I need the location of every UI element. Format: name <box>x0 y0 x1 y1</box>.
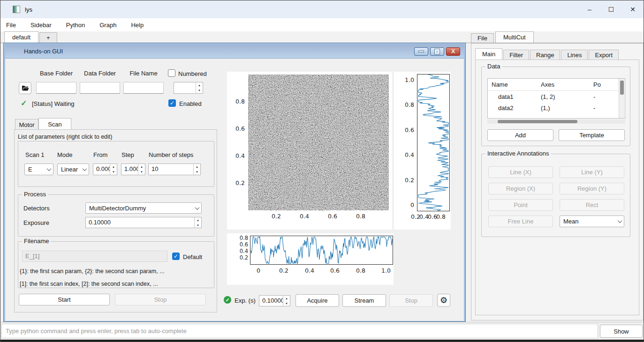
close-icon: X <box>451 48 455 54</box>
number-of-steps-spinbox[interactable]: 10 ▲▼ <box>148 164 201 175</box>
app-title: lys <box>25 6 32 13</box>
bottom-xtick: 1.0 <box>378 267 394 274</box>
chevron-down-icon <box>193 207 201 210</box>
workspace-tab-default[interactable]: default <box>4 31 38 43</box>
base-folder-input[interactable] <box>36 82 76 94</box>
filename-input[interactable]: E_[1] <box>22 251 167 262</box>
free-line-button[interactable]: Free Line <box>488 216 553 227</box>
sidebar-tab-bar: File MultiCut <box>471 31 535 43</box>
region-y-button[interactable]: Region (Y) <box>560 183 624 194</box>
template-button[interactable]: Template <box>559 129 625 141</box>
mean-select[interactable]: Mean <box>560 216 624 227</box>
folder-open-icon <box>22 85 29 91</box>
chevron-down-icon <box>615 220 624 223</box>
tab-filter[interactable]: Filter <box>503 50 529 59</box>
spin-buttons[interactable]: ▲▼ <box>138 164 145 175</box>
add-button[interactable]: Add <box>487 129 553 141</box>
data-folder-input[interactable] <box>80 82 120 94</box>
acquire-button[interactable]: Acquire <box>295 294 339 307</box>
spin-buttons[interactable]: ▲▼ <box>283 296 290 306</box>
window-controls: – ☐ ✕ <box>579 0 644 18</box>
exposure-label: Exposure <box>23 219 49 226</box>
minimize-button[interactable]: – <box>579 0 600 18</box>
mdi-maximize-button[interactable] <box>430 47 444 56</box>
show-button[interactable]: Show <box>600 325 643 338</box>
table-vertical-scrollbar[interactable] <box>619 79 624 118</box>
tab-scan[interactable]: Scan <box>38 118 71 130</box>
annotations-legend: Interactive Annotations <box>485 150 551 157</box>
hands-on-gui-titlebar[interactable]: Hands-on GUI X <box>5 45 464 59</box>
tab-export[interactable]: Export <box>589 50 619 59</box>
main-xtick: 0.2 <box>267 213 286 220</box>
exp-spinbox[interactable]: 0.10000 ▲▼ <box>259 295 290 306</box>
default-checkbox[interactable] <box>172 253 180 260</box>
data-table[interactable]: Name Axes Po data1 (1, 2) - data2 (1,) - <box>487 78 625 119</box>
hands-on-gui-content: Base Folder Data Folder File Name Number… <box>5 59 464 321</box>
bottom-xtick: 0.8 <box>353 267 369 274</box>
spin-buttons[interactable]: ▲▼ <box>196 82 203 93</box>
detectors-select[interactable]: MultiDetectorDummy <box>85 202 202 214</box>
mode-select[interactable]: Linear <box>57 164 89 175</box>
numbered-spinbox[interactable]: ▲▼ <box>174 82 203 94</box>
mdi-close-button[interactable]: X <box>446 47 460 56</box>
table-row[interactable]: data1 (1, 2) - <box>488 91 625 102</box>
menu-sidebar[interactable]: Sidebar <box>30 21 53 30</box>
enabled-checkbox[interactable] <box>168 99 176 107</box>
main-xtick: 0.4 <box>295 213 314 220</box>
main-ytick: 0.4 <box>231 152 245 159</box>
file-name-input[interactable] <box>123 82 164 94</box>
numbered-label: Numbered <box>178 70 207 77</box>
maximize-button[interactable]: ☐ <box>600 0 622 18</box>
python-command-input[interactable] <box>1 324 598 338</box>
bottom-plot-canvas[interactable] <box>250 236 393 265</box>
spin-buttons[interactable]: ▲▼ <box>193 164 200 175</box>
side-ytick: 0.8 <box>400 101 414 108</box>
sidebar-tab-file[interactable]: File <box>471 33 494 43</box>
stream-button[interactable]: Stream <box>342 294 386 307</box>
status-ok-icon: ✓ <box>21 99 27 108</box>
line-x-button[interactable]: Line (X) <box>488 166 553 178</box>
bottom-ytick: 0.8 <box>234 235 248 241</box>
start-button[interactable]: Start <box>19 294 110 305</box>
region-x-button[interactable]: Region (X) <box>488 183 553 194</box>
exposure-spinbox[interactable]: 0.10000 ▲▼ <box>85 217 202 228</box>
scan1-select[interactable]: E <box>24 164 53 175</box>
menu-help[interactable]: Help <box>130 21 144 30</box>
detector-image-canvas[interactable] <box>248 74 389 210</box>
from-spinbox[interactable]: 0.000 ▲▼ <box>93 164 117 175</box>
command-bar: Show <box>0 322 644 340</box>
bottom-xtick: 0.4 <box>302 267 318 274</box>
spin-buttons[interactable]: ▲▼ <box>194 217 201 228</box>
side-plot-canvas[interactable] <box>417 74 450 211</box>
mdi-minimize-button[interactable] <box>414 47 428 56</box>
tab-range[interactable]: Range <box>530 50 560 59</box>
process-legend: Process <box>22 191 48 198</box>
acquire-stop-button[interactable]: Stop <box>389 294 433 307</box>
stop-button[interactable]: Stop <box>115 294 206 305</box>
tab-motor[interactable]: Motor <box>15 119 38 130</box>
menu-graph[interactable]: Graph <box>98 21 117 30</box>
main-ytick: 0.2 <box>231 179 245 186</box>
close-button[interactable]: ✕ <box>622 0 644 18</box>
rect-button[interactable]: Rect <box>560 199 624 211</box>
enabled-label: Enabled <box>179 100 202 107</box>
line-y-button[interactable]: Line (Y) <box>560 166 624 178</box>
menu-file[interactable]: File <box>5 21 17 30</box>
settings-button[interactable]: ⚙ <box>437 294 450 307</box>
open-folder-button[interactable] <box>19 82 31 94</box>
step-spinbox[interactable]: 1.000 ▲▼ <box>121 164 145 175</box>
table-row[interactable]: data2 (1,) - <box>488 102 625 113</box>
spin-buttons[interactable]: ▲▼ <box>110 164 117 175</box>
numbered-checkbox[interactable] <box>168 69 175 77</box>
detectors-label: Detectors <box>23 205 50 212</box>
tab-main[interactable]: Main <box>475 48 502 59</box>
point-button[interactable]: Point <box>488 199 553 211</box>
main-ytick: 0.8 <box>231 98 245 105</box>
tab-lines[interactable]: Lines <box>561 50 588 59</box>
menu-python[interactable]: Python <box>65 21 86 30</box>
table-horizontal-scrollbar[interactable] <box>487 119 625 124</box>
workspace-tab-add[interactable]: + <box>39 32 57 43</box>
sidebar-tab-multicut[interactable]: MultiCut <box>495 31 534 43</box>
bottom-xtick: 0 <box>250 267 266 274</box>
data-groupbox: Data Name Axes Po data1 (1, 2) - data2 ( <box>481 67 630 146</box>
